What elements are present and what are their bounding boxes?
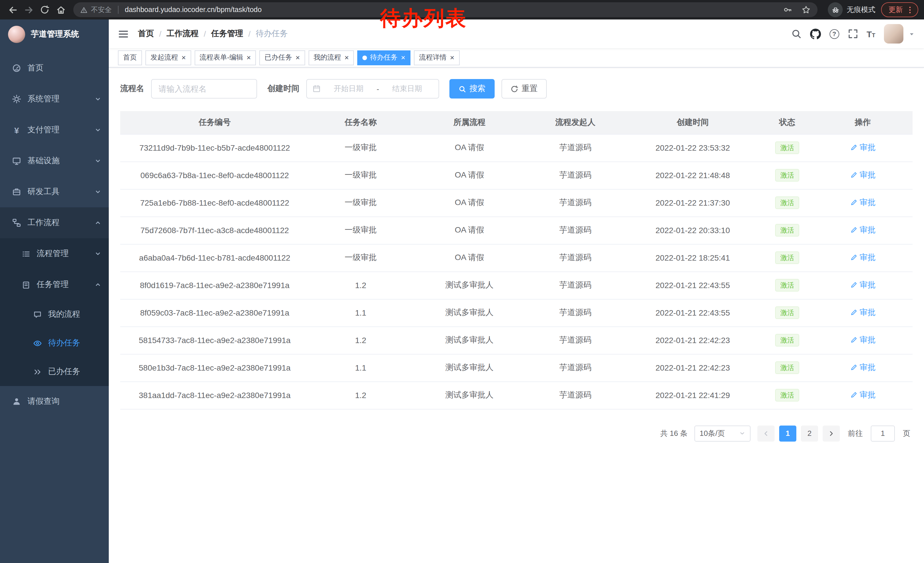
- end-date-placeholder[interactable]: 结束日期: [381, 84, 433, 94]
- approve-link[interactable]: 审批: [850, 225, 876, 236]
- browser-back-button[interactable]: [4, 2, 21, 18]
- close-icon[interactable]: ×: [401, 54, 405, 61]
- sidebar-item-devtools[interactable]: 研发工具: [0, 176, 109, 207]
- sidebar-item-workflow[interactable]: 工作流程: [0, 207, 109, 238]
- approve-link[interactable]: 审批: [850, 335, 876, 345]
- tags-view: 首页 发起流程 × 流程表单-编辑 × 已办任务 × 我的流程 ×: [109, 48, 924, 68]
- start-date-placeholder[interactable]: 开始日期: [323, 84, 374, 94]
- browser-menu-dots-icon[interactable]: [906, 6, 914, 14]
- browser-update-button[interactable]: 更新: [881, 2, 918, 17]
- password-key-icon[interactable]: [783, 5, 792, 14]
- cell-created: 2022-01-22 18:25:41: [624, 244, 761, 272]
- gear-icon: [12, 95, 22, 104]
- sidebar-item-payment[interactable]: ¥ 支付管理: [0, 114, 109, 146]
- cell-initiator: 芋道源码: [527, 216, 624, 244]
- date-range-picker[interactable]: 开始日期 - 结束日期: [306, 79, 439, 99]
- close-icon[interactable]: ×: [246, 54, 251, 61]
- table-header-row: 任务编号 任务名称 所属流程 流程发起人 创建时间 状态 操作: [120, 111, 912, 134]
- sidebar-item-label: 已办任务: [48, 366, 80, 377]
- page-button-1[interactable]: 1: [779, 425, 796, 441]
- cell-created: 2022-01-21 22:42:23: [624, 354, 761, 381]
- tab-process-form-edit[interactable]: 流程表单-编辑 ×: [194, 50, 256, 65]
- sidebar-item-home[interactable]: 首页: [0, 53, 109, 84]
- breadcrumb: 首页 / 工作流程 / 任务管理 / 待办任务: [138, 29, 288, 39]
- status-badge: 激活: [775, 224, 799, 237]
- chevron-down-icon: [94, 158, 101, 164]
- security-label: 不安全: [91, 5, 112, 15]
- sidebar-item-label: 支付管理: [27, 125, 60, 135]
- page-size-select[interactable]: 10条/页: [694, 425, 750, 441]
- search-icon[interactable]: [791, 29, 801, 39]
- next-page-button[interactable]: [823, 425, 840, 441]
- reset-button[interactable]: 重置: [501, 79, 547, 99]
- fullscreen-icon[interactable]: [848, 29, 858, 39]
- cell-task-name: 1.2: [309, 381, 412, 409]
- approve-link[interactable]: 审批: [850, 143, 876, 153]
- status-badge: 激活: [775, 251, 799, 264]
- user-avatar[interactable]: [884, 24, 903, 44]
- sidebar-item-my-process[interactable]: 我的流程: [0, 300, 109, 329]
- tab-todo-task[interactable]: 待办任务 ×: [357, 50, 411, 65]
- approve-link[interactable]: 审批: [850, 363, 876, 373]
- sidebar-item-process-management[interactable]: 流程管理: [0, 238, 109, 269]
- breadcrumb-item-current: 待办任务: [256, 29, 288, 39]
- goto-page-input[interactable]: [871, 425, 895, 441]
- process-name-input[interactable]: [151, 79, 257, 99]
- browser-home-button[interactable]: [52, 2, 69, 18]
- incognito-icon: [828, 2, 843, 17]
- sidebar-item-infrastructure[interactable]: 基础设施: [0, 146, 109, 176]
- tab-process-detail[interactable]: 流程详情 ×: [414, 50, 459, 65]
- url-text: dashboard.yudao.iocoder.cn/bpm/task/todo: [125, 6, 262, 14]
- sidebar-item-leave-query[interactable]: 请假查询: [0, 386, 109, 417]
- tab-my-process[interactable]: 我的流程 ×: [309, 50, 354, 65]
- cell-process: 测试多审批人: [412, 381, 527, 409]
- sidebar-item-task-management[interactable]: 任务管理: [0, 269, 109, 300]
- sidebar-item-done-task[interactable]: 已办任务: [0, 357, 109, 386]
- chevron-up-icon: [94, 281, 101, 288]
- search-button[interactable]: 搜索: [449, 79, 495, 99]
- github-icon[interactable]: [810, 29, 820, 39]
- browser-refresh-button[interactable]: [37, 2, 52, 18]
- update-label: 更新: [888, 5, 903, 15]
- toolbox-icon: [12, 187, 22, 197]
- tab-home[interactable]: 首页: [118, 50, 142, 65]
- cell-process: 测试多审批人: [412, 354, 527, 381]
- bookmark-star-icon[interactable]: [801, 5, 811, 14]
- sidebar-item-label: 请假查询: [27, 396, 60, 407]
- cell-task-id: 8f0d1619-7ac8-11ec-a9e2-a2380e71991a: [120, 272, 309, 299]
- sidebar-item-label: 任务管理: [37, 279, 69, 290]
- close-icon[interactable]: ×: [345, 54, 349, 61]
- pagination-total: 共 16 条: [660, 428, 687, 438]
- close-icon[interactable]: ×: [450, 54, 454, 61]
- browser-forward-button[interactable]: [21, 2, 37, 18]
- sidebar-item-system[interactable]: 系统管理: [0, 84, 109, 114]
- breadcrumb-item-task-management[interactable]: 任务管理: [211, 29, 243, 39]
- yen-icon: ¥: [12, 126, 22, 134]
- avatar-caret-down-icon[interactable]: [909, 31, 915, 37]
- close-icon[interactable]: ×: [296, 54, 300, 61]
- breadcrumb-item-home[interactable]: 首页: [138, 29, 154, 39]
- cell-task-id: 58154733-7ac8-11ec-a9e2-a2380e71991a: [120, 326, 309, 354]
- approve-link[interactable]: 审批: [850, 198, 876, 208]
- help-icon[interactable]: ?: [829, 29, 839, 39]
- approve-link[interactable]: 审批: [850, 170, 876, 180]
- approve-link[interactable]: 审批: [850, 390, 876, 400]
- close-icon[interactable]: ×: [182, 54, 186, 61]
- cell-created: 2022-01-22 21:37:30: [624, 189, 761, 216]
- sidebar-collapse-icon[interactable]: [118, 29, 129, 39]
- tab-done-task[interactable]: 已办任务 ×: [260, 50, 305, 65]
- font-size-icon[interactable]: TT: [867, 29, 875, 39]
- chevron-up-icon: [94, 219, 101, 226]
- address-bar[interactable]: 不安全 dashboard.yudao.iocoder.cn/bpm/task/…: [73, 2, 818, 17]
- approve-link[interactable]: 审批: [850, 280, 876, 290]
- sidebar-item-todo-task[interactable]: 待办任务: [0, 329, 109, 357]
- tab-start-process[interactable]: 发起流程 ×: [146, 50, 191, 65]
- clipboard-icon: [21, 280, 31, 289]
- prev-page-button[interactable]: [758, 425, 775, 441]
- breadcrumb-item-workflow[interactable]: 工作流程: [166, 29, 199, 39]
- browser-chrome: 不安全 dashboard.yudao.iocoder.cn/bpm/task/…: [0, 0, 924, 20]
- page-button-2[interactable]: 2: [801, 425, 818, 441]
- approve-link[interactable]: 审批: [850, 308, 876, 318]
- status-badge: 激活: [775, 279, 799, 291]
- approve-link[interactable]: 审批: [850, 252, 876, 263]
